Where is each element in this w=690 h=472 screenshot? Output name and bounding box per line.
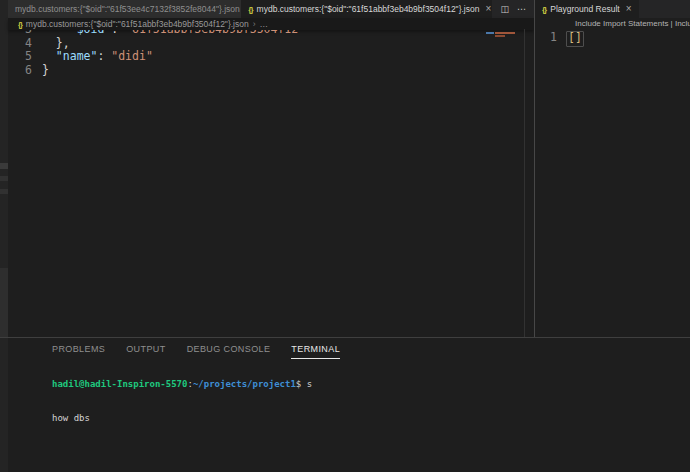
edge-mark — [0, 163, 8, 169]
code-line-6: 6} — [8, 64, 534, 78]
include-statements-link[interactable]: Include Import Statements | Include — [575, 19, 690, 28]
overview-ruler-border — [524, 29, 525, 337]
editor-actions: ◫ ⋯ — [492, 0, 534, 18]
json-brace: }, — [42, 37, 70, 51]
minimap-mark[interactable] — [495, 35, 505, 37]
terminal[interactable]: hadil@hadil-Inspiron-5570:~/projects/pro… — [52, 356, 690, 472]
minimap-mark[interactable] — [495, 32, 515, 34]
close-tab-icon[interactable]: × — [485, 4, 491, 14]
json-editor[interactable]: 3 "$oid": "61f51abbf3eb4b9bf3504f12" 4 }… — [8, 30, 534, 337]
window-left-edge — [0, 0, 8, 472]
tab-json-file-1[interactable]: mydb.customers:{"$oid":"61f53ee4c7132f38… — [8, 0, 241, 18]
json-value: "didi" — [111, 50, 153, 64]
close-tab-icon[interactable]: × — [626, 4, 632, 14]
editor-group-right: {} Playground Result × Include Import St… — [535, 0, 690, 337]
json-key: "$oid" — [70, 30, 112, 37]
editor-group-left: mydb.customers:{"$oid":"61f53ee4c7132f38… — [8, 0, 534, 337]
code-line-5: 5 "name": "didi" — [8, 50, 534, 64]
json-file-icon: {} — [542, 5, 546, 14]
tab-json-file-2[interactable]: {} mydb.customers:{"$oid":"61f51abbf3eb4… — [241, 0, 492, 18]
edge-mark — [0, 268, 8, 338]
minimap-mark[interactable] — [486, 32, 494, 34]
json-colon: : — [97, 50, 111, 64]
tab-bar-right: {} Playground Result × — [535, 0, 690, 18]
breadcrumb[interactable]: {} mydb.customers:{"$oid":"61f51abbf3eb4… — [8, 18, 534, 30]
edge-mark — [0, 189, 8, 194]
json-file-icon: {} — [18, 20, 22, 29]
json-key: "name" — [56, 50, 98, 64]
tab-label: mydb.customers:{"$oid":"61f53ee4c7132f38… — [15, 4, 240, 14]
line-number: 5 — [8, 50, 42, 64]
terminal-output-line: how dbs — [52, 413, 690, 424]
breadcrumb-separator-icon: › — [253, 19, 256, 29]
playground-editor[interactable]: 1 [] — [535, 31, 690, 47]
terminal-blank-line — [52, 447, 690, 458]
breadcrumb-file[interactable]: mydb.customers:{"$oid":"61f51abbf3eb4b9b… — [26, 19, 249, 29]
json-colon: : — [111, 30, 125, 37]
json-file-icon: {} — [248, 5, 252, 14]
playground-toolbar: Include Import Statements | Include — [575, 19, 690, 30]
tab-playground-result[interactable]: {} Playground Result × — [535, 0, 639, 18]
more-actions-icon[interactable]: ⋯ — [517, 4, 526, 14]
breadcrumb-more[interactable]: … — [260, 19, 269, 29]
json-brace: } — [42, 64, 49, 78]
prompt-path: ~/projects/project1 — [193, 379, 296, 389]
split-editor-icon[interactable]: ◫ — [500, 4, 509, 14]
tab-label: Playground Result — [550, 4, 619, 14]
line-number: 1 — [535, 31, 557, 47]
typed-command: s — [301, 379, 312, 389]
prompt-user: hadil@hadil-Inspiron-5570 — [52, 379, 187, 389]
result-brackets: [] — [566, 31, 584, 47]
edge-mark — [0, 176, 8, 181]
line-number: 4 — [8, 37, 42, 51]
vscode-window: mydb.customers:{"$oid":"61f53ee4c7132f38… — [0, 0, 690, 472]
bottom-panel: PROBLEMS OUTPUT DEBUG CONSOLE TERMINAL h… — [8, 338, 690, 472]
json-value: "61f51abbf3eb4b9bf3504f12" — [125, 30, 305, 37]
tab-label: mydb.customers:{"$oid":"61f51abbf3eb4b9b… — [257, 4, 480, 14]
code-line-4: 4 }, — [8, 37, 534, 51]
tab-bar-left: mydb.customers:{"$oid":"61f53ee4c7132f38… — [8, 0, 534, 18]
indent — [42, 50, 56, 64]
line-number: 6 — [8, 64, 42, 78]
terminal-prompt-line: hadil@hadil-Inspiron-5570:~/projects/pro… — [52, 379, 690, 390]
